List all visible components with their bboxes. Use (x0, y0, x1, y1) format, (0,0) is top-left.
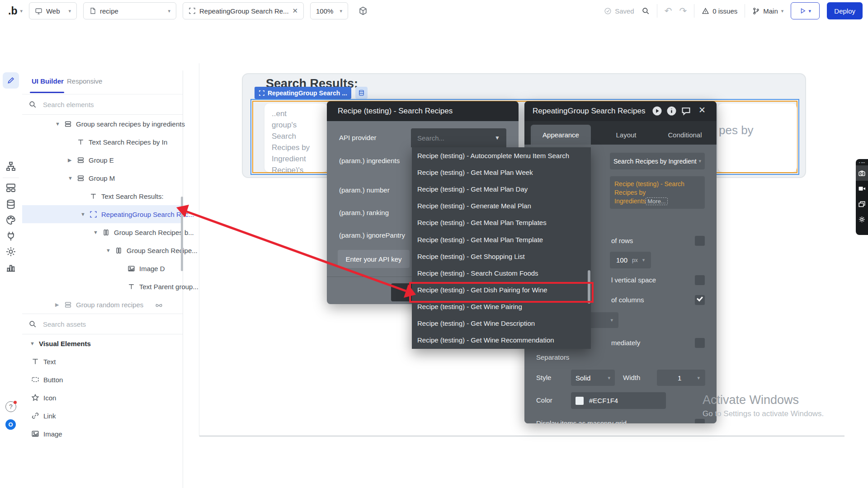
tree-item[interactable]: ▼Group search recipes by ingredients (22, 115, 183, 133)
tree-item[interactable]: Text Search Results: (22, 187, 183, 205)
workflow-icon[interactable] (5, 161, 16, 172)
tree-item[interactable]: Text Parent group... (22, 277, 183, 296)
search-assets-input[interactable]: Search assets (22, 314, 183, 334)
components-icon[interactable] (5, 182, 16, 193)
logs-chart-icon[interactable] (5, 262, 16, 273)
database-icon[interactable] (5, 199, 16, 210)
separator-style-select[interactable]: Solid ▾ (571, 370, 615, 386)
settings-gear-icon[interactable] (5, 246, 16, 257)
video-record-icon[interactable] (856, 181, 868, 196)
provider-option[interactable]: Recipe (testing) - Generate Meal Plan (412, 197, 591, 214)
cube-icon[interactable] (358, 6, 368, 16)
tree-item[interactable]: ▶Group E (22, 151, 183, 169)
logo-text: .b (8, 5, 17, 17)
selected-element-tag[interactable]: RepeatingGroup Search ... (255, 87, 351, 99)
info-circle-icon[interactable] (666, 106, 677, 116)
visual-element-link[interactable]: Link (22, 407, 183, 425)
provider-option[interactable]: Recipe (testing) - Get Meal Plan Templat… (412, 214, 591, 231)
chevron-down-icon[interactable]: ▼ (93, 230, 102, 235)
branch-dropdown[interactable]: Main ▾ (752, 7, 783, 15)
chevron-down-icon: ▼ (30, 341, 39, 346)
api-provider-select[interactable]: Search... ▼ (411, 128, 506, 147)
chevron-right-icon[interactable]: ▶ (68, 157, 77, 163)
layers-copy-icon[interactable] (856, 196, 868, 211)
styles-palette-icon[interactable] (5, 215, 16, 225)
more-chip[interactable]: More... (646, 197, 667, 205)
preview-button[interactable]: ▾ (791, 2, 820, 19)
columns-checkbox[interactable] (695, 295, 705, 305)
provider-option[interactable]: Recipe (testing) - Get Shopping List (412, 248, 591, 265)
visual-element-text[interactable]: Text (22, 352, 183, 371)
visual-element-image[interactable]: Image (22, 425, 183, 443)
provider-option[interactable]: Recipe (testing) - Get Meal Plan Week (412, 164, 591, 181)
rows-checkbox[interactable] (695, 236, 705, 246)
separator-width-select[interactable]: 1 ▾ (657, 370, 705, 386)
close-icon[interactable]: ✕ (698, 105, 706, 115)
repeating-cell-2[interactable]: pes by (718, 103, 797, 172)
data-source-field[interactable]: Recipe (testing) - Search Recipes by Ing… (610, 176, 705, 209)
provider-option[interactable]: Recipe (testing) - Get Meal Plan Day (412, 181, 591, 197)
visual-elements-header[interactable]: ▼ Visual Elements (22, 334, 183, 352)
divider (657, 4, 657, 18)
immediately-checkbox[interactable] (695, 338, 705, 348)
provider-option[interactable]: Recipe (testing) - Autocomplete Menu Ite… (412, 147, 591, 164)
tab-layout[interactable]: Layout (597, 125, 656, 145)
tab-responsive[interactable]: Responsive (67, 77, 102, 85)
undo-icon[interactable]: ↶ (665, 5, 672, 16)
design-tab-button[interactable] (3, 72, 19, 89)
search-elements-input[interactable]: Search elements (22, 94, 183, 115)
screenshot-camera-icon[interactable] (856, 165, 868, 181)
divider (745, 4, 745, 18)
tree-item[interactable]: ▶Group random recipes (22, 296, 183, 314)
provider-option[interactable]: Recipe (testing) - Get Wine Description (412, 315, 591, 332)
panel-header[interactable]: RepeatingGroup Search Recipes ✕ (524, 101, 717, 121)
bubble-logo[interactable]: .b ▾ (8, 5, 23, 17)
enter-api-key-button[interactable]: Enter your API key (338, 250, 410, 268)
chevron-down-icon[interactable]: ▼ (106, 248, 115, 253)
masonry-checkbox[interactable] (695, 419, 705, 423)
modal-title[interactable]: Recipe (testing) - Search Recipes (327, 101, 519, 121)
visual-element-icon[interactable]: Icon (22, 389, 183, 407)
provider-option[interactable]: Recipe (testing) - Get Meal Plan Templat… (412, 231, 591, 248)
comment-icon[interactable] (681, 106, 691, 116)
deploy-button[interactable]: Deploy (827, 2, 863, 19)
chevron-right-icon[interactable]: ▶ (55, 302, 64, 308)
provider-option[interactable]: Recipe (testing) - Get Wine Recommendati… (412, 332, 591, 348)
plugins-icon[interactable] (5, 230, 16, 241)
chevron-down-icon[interactable]: ▼ (68, 175, 77, 181)
tab-conditional[interactable]: Conditional (656, 125, 714, 145)
chevron-down-icon[interactable]: ▼ (80, 211, 90, 217)
user-badge[interactable]: O (5, 419, 16, 430)
tree-item[interactable]: Text Search Recipes by In (22, 133, 183, 151)
tree-item[interactable]: Image D (22, 259, 183, 277)
color-label: Color (536, 396, 552, 404)
close-icon[interactable]: ✕ (292, 7, 298, 15)
chevron-down-icon[interactable]: ▼ (55, 121, 64, 127)
tree-item[interactable]: ▼Group M (22, 169, 183, 187)
tab-appearance[interactable]: Appearance (531, 125, 591, 145)
tab-ui-builder[interactable]: UI Builder (32, 77, 64, 85)
zoom-dropdown[interactable]: 100% ▾ (310, 2, 348, 19)
play-circle-icon[interactable] (652, 106, 662, 116)
columns-count-select[interactable]: ▾ (588, 312, 618, 328)
sidebar-scrollbar[interactable] (181, 197, 183, 271)
repeating-cell-1[interactable]: ..entgroup'sSearchRecipes byIngredientRe… (264, 103, 327, 172)
row-height-input[interactable]: 100 px ▾ (610, 252, 651, 268)
search-icon[interactable] (642, 7, 650, 15)
tree-item[interactable]: ▼RepeatingGroup Search Rec... (22, 205, 183, 223)
tree-item[interactable]: ▼Group Search Recipe... (22, 241, 183, 259)
tree-item[interactable]: ▼Group Search Recipes b... (22, 223, 183, 241)
separator-color-field[interactable]: #ECF1F4 (571, 392, 666, 409)
toolbar-gear-icon[interactable] (856, 211, 868, 227)
data-source-chip[interactable] (355, 87, 368, 99)
platform-dropdown[interactable]: Web ▾ (29, 2, 77, 19)
type-of-content-select[interactable]: Search Recipes by Ingredient ▾ (610, 153, 705, 169)
vertical-space-checkbox[interactable] (695, 275, 705, 285)
help-button[interactable]: ? (5, 401, 16, 412)
redo-icon[interactable]: ↷ (679, 5, 687, 16)
visual-element-button[interactable]: Button (22, 371, 183, 389)
page-dropdown[interactable]: recipe ▾ (83, 2, 176, 19)
issues-indicator[interactable]: 0 issues (702, 7, 737, 15)
open-element-tab[interactable]: RepeatingGroup Search Re... ✕ (183, 2, 304, 19)
provider-option[interactable]: Recipe (testing) - Search Custom Foods (412, 265, 591, 282)
